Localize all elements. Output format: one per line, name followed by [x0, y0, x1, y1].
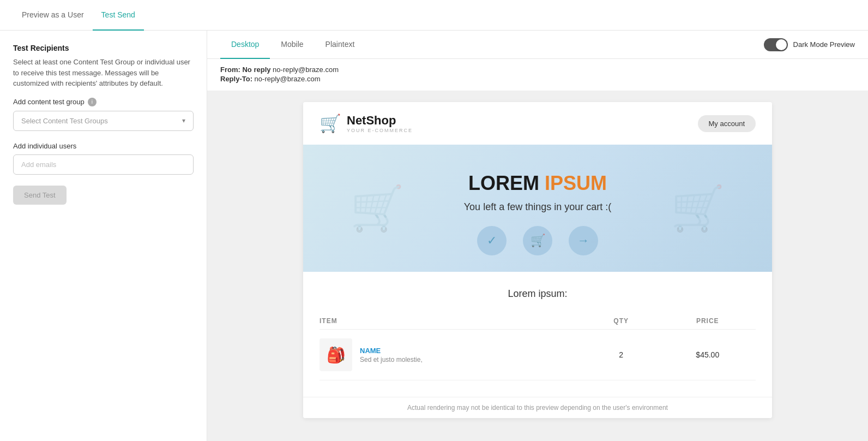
- dark-mode-label: Dark Mode Preview: [793, 40, 855, 49]
- section-title: Test Recipients: [13, 44, 194, 52]
- cart-logo-icon: 🛒: [320, 113, 341, 134]
- preview-footer-note: Actual rendering may not be identical to…: [303, 397, 772, 418]
- item-image: 🎒: [320, 338, 352, 371]
- toggle-switch[interactable]: [764, 38, 788, 51]
- col-item: ITEM: [320, 313, 583, 330]
- email-header: 🛒 NetShop YOUR E-COMMERCE My account: [303, 102, 772, 145]
- description-text: Select at least one Content Test Group o…: [13, 57, 194, 89]
- item-qty: 2: [583, 330, 660, 380]
- send-test-button[interactable]: Send Test: [13, 186, 67, 205]
- tab-preview-as-user[interactable]: Preview as a User: [13, 0, 93, 31]
- item-name: NAME: [360, 347, 423, 355]
- table-row: 🎒 NAME Sed et justo molestie, 2 $45.00: [320, 330, 756, 380]
- body-intro: Lorem ipsum:: [320, 288, 756, 300]
- add-group-label-row: Add content test group i: [13, 98, 194, 106]
- add-group-label: Add content test group: [13, 98, 85, 106]
- from-email: no-reply@braze.com: [273, 65, 339, 74]
- brand-text: NetShop YOUR E-COMMERCE: [347, 114, 413, 133]
- tab-test-send[interactable]: Test Send: [93, 0, 144, 31]
- from-label: From:: [220, 65, 240, 74]
- email-body: Lorem ipsum: ITEM QTY PRICE: [303, 272, 772, 397]
- hero-lorem: LOREM: [468, 172, 539, 194]
- checkmark-icon-circle: ✓: [477, 226, 507, 255]
- preview-bar: Desktop Mobile Plaintext Dark Mode Previ…: [207, 31, 868, 59]
- preview-tab-plaintext[interactable]: Plaintext: [315, 31, 366, 59]
- from-line: From: No reply no-reply@braze.com: [220, 65, 855, 74]
- item-price: $45.00: [660, 330, 756, 380]
- main-layout: Test Recipients Select at least one Cont…: [0, 31, 868, 441]
- from-name: No reply: [242, 65, 270, 74]
- reply-to-label: Reply-To:: [220, 75, 252, 83]
- preview-tab-mobile[interactable]: Mobile: [270, 31, 314, 59]
- reply-to-email: no-reply@braze.com: [255, 75, 321, 83]
- arrow-icon-circle: →: [569, 226, 598, 255]
- cart-icon-circle: 🛒: [523, 226, 552, 255]
- hero-icons: ✓ 🛒 →: [477, 226, 598, 255]
- brand-logo: 🛒 NetShop YOUR E-COMMERCE: [320, 113, 413, 134]
- add-users-label: Add individual users: [13, 142, 194, 150]
- email-frame: 🛒 NetShop YOUR E-COMMERCE My account 🛒 🛒…: [303, 102, 772, 418]
- top-tab-bar: Preview as a User Test Send: [0, 0, 868, 31]
- preview-tab-desktop[interactable]: Desktop: [220, 31, 270, 59]
- toggle-knob: [776, 39, 787, 50]
- dropdown-placeholder: Select Content Test Groups: [21, 117, 108, 125]
- chevron-down-icon: ▾: [182, 117, 185, 124]
- item-cell: 🎒 NAME Sed et justo molestie,: [320, 330, 583, 380]
- hero-subtitle: You left a few things in your cart :(: [464, 201, 611, 213]
- preview-content: 🛒 NetShop YOUR E-COMMERCE My account 🛒 🛒…: [207, 91, 868, 441]
- email-meta: From: No reply no-reply@braze.com Reply-…: [207, 59, 868, 91]
- col-qty: QTY: [583, 313, 660, 330]
- info-icon[interactable]: i: [88, 98, 97, 106]
- hero-banner: 🛒 🛒 LOREM IPSUM You left a few things in…: [303, 145, 772, 272]
- col-price: PRICE: [660, 313, 756, 330]
- cart-bg-right-icon: 🛒: [671, 183, 725, 234]
- content-test-group-dropdown[interactable]: Select Content Test Groups ▾: [13, 111, 194, 131]
- item-description: Sed et justo molestie,: [360, 356, 423, 363]
- items-table: ITEM QTY PRICE 🎒: [320, 313, 756, 380]
- brand-tagline: YOUR E-COMMERCE: [347, 128, 413, 133]
- brand-name: NetShop: [347, 114, 413, 128]
- preview-tabs: Desktop Mobile Plaintext: [220, 31, 365, 59]
- cart-bg-left-icon: 🛒: [350, 183, 405, 234]
- left-panel: Test Recipients Select at least one Cont…: [0, 31, 207, 441]
- hero-title: LOREM IPSUM: [468, 172, 607, 195]
- hero-ipsum: IPSUM: [545, 172, 607, 194]
- reply-to-line: Reply-To: no-reply@braze.com: [220, 75, 855, 83]
- my-account-button[interactable]: My account: [698, 115, 756, 132]
- right-panel: Desktop Mobile Plaintext Dark Mode Previ…: [207, 31, 868, 441]
- dark-mode-toggle[interactable]: Dark Mode Preview: [764, 38, 855, 51]
- email-input[interactable]: [13, 154, 194, 175]
